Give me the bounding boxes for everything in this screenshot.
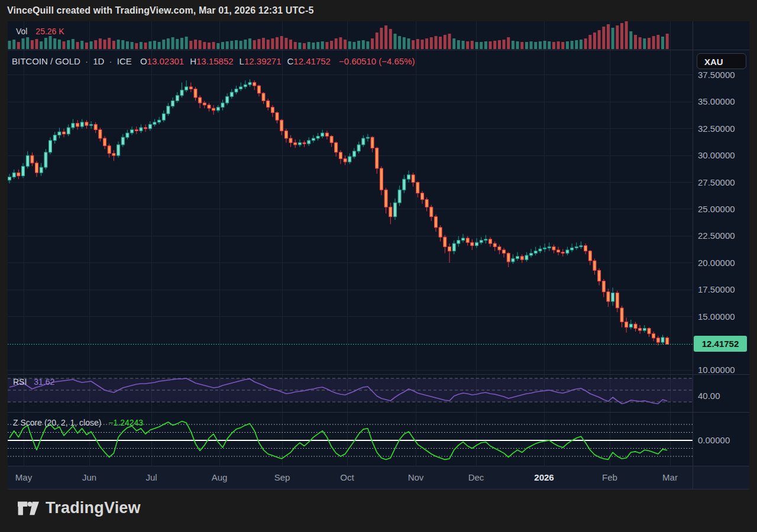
time-axis-label: Feb	[602, 472, 617, 484]
time-axis-label: Jul	[145, 472, 157, 484]
time-axis-label: Mar	[662, 472, 678, 484]
time-axis-label: Aug	[212, 472, 228, 484]
time-axis-label: Oct	[340, 472, 354, 484]
quote-currency-badge[interactable]: XAU	[697, 53, 746, 69]
zscore-legend[interactable]: Z Score (20, 2, 1, close) −1.24243	[13, 418, 143, 427]
volume-label: Vol	[16, 27, 27, 36]
price-axis-label: 22.50000	[698, 230, 748, 242]
price-axis-label: 10.00000	[698, 364, 748, 376]
time-axis-label: Jun	[82, 472, 96, 484]
time-axis-label: 2026	[534, 472, 554, 484]
volume-legend[interactable]: Vol 25.26 K	[16, 27, 64, 36]
price-axis-label: 35.00000	[698, 96, 748, 108]
ohlc-field: L12.39271	[240, 56, 282, 66]
ohlc-fields: O13.02301H13.15852L12.39271C12.41752	[134, 56, 331, 66]
legend-separator: ·	[83, 56, 90, 66]
exchange-label: ICE	[117, 56, 132, 66]
tradingview-logo-text: TradingView	[46, 499, 141, 517]
interval-label[interactable]: 1D	[93, 56, 104, 66]
zscore-value: −1.24243	[108, 418, 143, 427]
legend-separator: ·	[107, 56, 115, 66]
rsi-value: 31.62	[34, 377, 54, 387]
rsi-label[interactable]: RSI	[13, 377, 27, 387]
ohlc-field: C12.41752	[287, 56, 331, 66]
price-axis-label: 17.50000	[698, 284, 748, 296]
symbol-legend[interactable]: BITCOIN / GOLD · 1D · ICE O13.02301H13.1…	[12, 56, 415, 66]
ohlc-field: O13.02301	[140, 56, 184, 66]
time-axis-label: Sep	[274, 472, 290, 484]
chart-canvas[interactable]	[0, 0, 757, 532]
change-value: −0.60510 (−4.65%)	[339, 56, 415, 66]
symbol-title[interactable]: BITCOIN / GOLD	[12, 56, 80, 66]
tradingview-logo-icon	[18, 499, 39, 517]
tradingview-logo[interactable]: TradingView	[18, 499, 141, 517]
price-axis-label: 37.50000	[698, 69, 748, 81]
price-axis-label: 30.00000	[698, 150, 748, 161]
price-axis-label: 20.00000	[698, 257, 748, 269]
tradingview-snapshot: VinceQuill created with TradingView.com,…	[0, 0, 757, 532]
zscore-axis-label: 0.00000	[698, 434, 748, 446]
price-axis-label: 15.00000	[698, 311, 748, 323]
zscore-label[interactable]: Z Score (20, 2, 1, close)	[13, 418, 101, 427]
ohlc-field: H13.15852	[190, 56, 233, 66]
time-axis-label: Dec	[468, 472, 484, 484]
volume-value: 25.26 K	[35, 27, 64, 36]
price-axis-label: 25.00000	[698, 203, 748, 215]
price-axis-label: 27.50000	[698, 177, 748, 189]
time-axis-label: Nov	[408, 472, 424, 484]
time-axis-label: May	[15, 472, 32, 484]
price-axis-label: 32.50000	[698, 123, 748, 135]
rsi-legend[interactable]: RSI 31.62	[13, 377, 54, 387]
current-price-label: 12.41752	[694, 336, 747, 352]
rsi-axis-label: 40.00	[698, 390, 748, 402]
